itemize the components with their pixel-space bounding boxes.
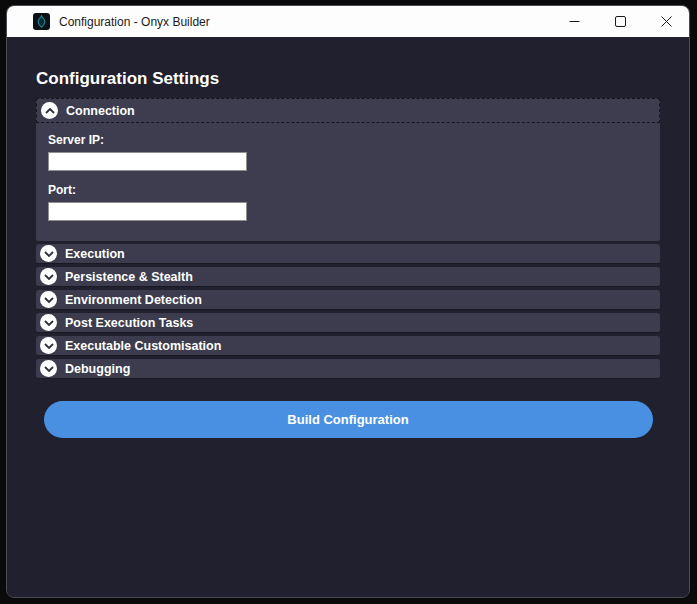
- window-title: Configuration - Onyx Builder: [59, 15, 210, 29]
- chevron-down-icon: [40, 268, 57, 285]
- chevron-down-icon: [40, 314, 57, 331]
- section-label: Executable Customisation: [65, 339, 221, 353]
- app-window: Configuration - Onyx Builder Configu: [6, 5, 690, 598]
- section-header-executable-customisation[interactable]: Executable Customisation: [36, 336, 660, 356]
- chevron-down-icon: [40, 360, 57, 377]
- build-configuration-button[interactable]: Build Configuration: [44, 401, 653, 438]
- server-ip-label: Server IP:: [48, 133, 648, 147]
- server-ip-input[interactable]: [48, 152, 247, 171]
- port-label: Port:: [48, 183, 648, 197]
- section-label: Debugging: [65, 362, 130, 376]
- page-title: Configuration Settings: [36, 68, 660, 89]
- chevron-down-icon: [40, 245, 57, 262]
- section-header-post-execution-tasks[interactable]: Post Execution Tasks: [36, 313, 660, 333]
- section-label: Environment Detection: [65, 293, 202, 307]
- section-connection: Connection Server IP: Port:: [36, 98, 660, 241]
- main-content: Configuration Settings Connection Server…: [7, 37, 689, 597]
- section-label: Persistence & Stealth: [65, 270, 193, 284]
- section-header-execution[interactable]: Execution: [36, 244, 660, 264]
- section-header-debugging[interactable]: Debugging: [36, 359, 660, 379]
- maximize-icon: [615, 16, 626, 27]
- maximize-button[interactable]: [597, 6, 643, 37]
- minimize-icon: [569, 16, 580, 27]
- window-controls: [551, 6, 689, 37]
- app-logo-icon: [33, 13, 50, 30]
- section-label: Post Execution Tasks: [65, 316, 193, 330]
- titlebar: Configuration - Onyx Builder: [7, 6, 689, 37]
- chevron-down-icon: [40, 337, 57, 354]
- minimize-button[interactable]: [551, 6, 597, 37]
- chevron-up-icon: [41, 102, 58, 119]
- close-icon: [661, 16, 672, 27]
- section-header-persistence-stealth[interactable]: Persistence & Stealth: [36, 267, 660, 287]
- chevron-down-icon: [40, 291, 57, 308]
- section-header-connection[interactable]: Connection: [36, 98, 660, 123]
- connection-body: Server IP: Port:: [36, 123, 660, 241]
- section-header-environment-detection[interactable]: Environment Detection: [36, 290, 660, 310]
- section-label: Connection: [66, 104, 135, 118]
- section-label: Execution: [65, 247, 125, 261]
- port-input[interactable]: [48, 202, 247, 221]
- close-button[interactable]: [643, 6, 689, 37]
